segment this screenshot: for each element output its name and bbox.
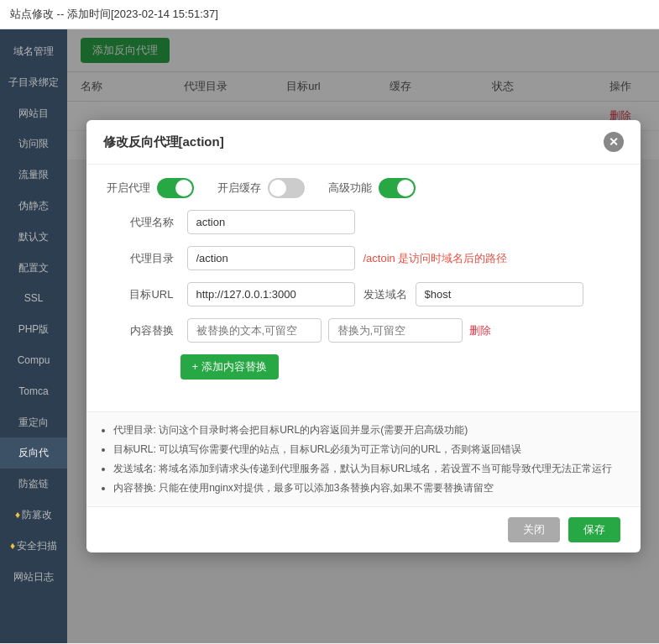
sidebar-item-label: 域名管理 xyxy=(13,45,54,57)
toggle-advanced-switch[interactable] xyxy=(379,178,416,198)
sidebar-item-website[interactable]: 网站目 xyxy=(0,98,67,129)
sidebar-item-access[interactable]: 访问限 xyxy=(0,128,67,160)
diamond-icon: ♦ xyxy=(15,509,20,521)
replace-row-group: 删除 xyxy=(187,318,491,343)
toggle-proxy-knob xyxy=(175,180,192,196)
delete-replace-button[interactable]: 删除 xyxy=(469,323,491,338)
proxy-dir-row: 代理目录 /actoin 是访问时域名后的路径 xyxy=(107,246,620,270)
proxy-name-input[interactable] xyxy=(187,210,355,234)
content-area: 添加反向代理 名称 代理目录 目标url 缓存 状态 操作 删除 删除 xyxy=(67,29,659,643)
title-text: 站点修改 -- 添加时间[2023-02-14 15:51:37] xyxy=(10,7,218,22)
replace-to-input[interactable] xyxy=(328,318,463,343)
send-host-input[interactable] xyxy=(416,282,583,306)
toggle-proxy-switch[interactable] xyxy=(157,178,194,198)
modal-dialog: 修改反向代理[action] ✕ 开启代理 xyxy=(86,120,641,552)
info-list: 代理目录: 访问这个目录时将会把目标URL的内容返回并显示(需要开启高级功能) … xyxy=(86,411,641,505)
sidebar-item-default[interactable]: 默认文 xyxy=(0,222,67,253)
sidebar-item-reverseproxy[interactable]: 反向代 xyxy=(0,437,67,469)
sidebar-item-label: Compu xyxy=(18,354,50,366)
toggle-proxy-label: 开启代理 xyxy=(107,181,150,196)
info-item-3: 内容替换: 只能在使用nginx对提供，最多可以添加3条替换内容,如果不需要替换… xyxy=(113,479,627,498)
sidebar-item-sitelog[interactable]: 网站日志 xyxy=(0,562,67,593)
sidebar-item-traffic[interactable]: 流量限 xyxy=(0,160,67,191)
sidebar-item-domain[interactable]: 域名管理 xyxy=(0,36,67,67)
target-url-label: 目标URL xyxy=(107,287,174,302)
proxy-name-row: 代理名称 xyxy=(107,210,620,234)
sidebar-item-tomcat[interactable]: Tomca xyxy=(0,376,67,407)
modal-close-button[interactable]: ✕ xyxy=(604,132,624,152)
sidebar-item-subdir[interactable]: 子目录绑定 xyxy=(0,67,67,98)
sidebar-item-label: 流量限 xyxy=(18,169,49,181)
sidebar-item-label: SSL xyxy=(24,292,44,304)
save-button[interactable]: 保存 xyxy=(568,517,620,542)
content-replace-label: 内容替换 xyxy=(107,323,174,338)
toggle-cache-switch[interactable] xyxy=(268,178,305,198)
modal-overlay: 修改反向代理[action] ✕ 开启代理 xyxy=(67,29,659,643)
toggle-advanced-label: 高级功能 xyxy=(328,181,372,196)
sidebar-item-label: 防篡改 xyxy=(22,509,52,521)
diamond-icon: ♦ xyxy=(10,540,15,552)
toggle-proxy-item: 开启代理 xyxy=(107,178,194,198)
toggle-row: 开启代理 开启缓存 xyxy=(107,178,620,198)
sidebar-item-ssl[interactable]: SSL xyxy=(0,283,67,314)
toggle-cache-item: 开启缓存 xyxy=(217,178,305,198)
sidebar-item-compu[interactable]: Compu xyxy=(0,345,67,376)
replace-from-input[interactable] xyxy=(187,318,322,343)
close-modal-button[interactable]: 关闭 xyxy=(508,517,560,542)
content-replace-row: 内容替换 删除 xyxy=(107,318,620,343)
modal-footer: 关闭 保存 xyxy=(86,506,641,552)
sidebar-item-redirect[interactable]: 重定向 xyxy=(0,407,67,438)
proxy-dir-input-group: /actoin 是访问时域名后的路径 xyxy=(187,246,508,270)
toggle-cache-label: 开启缓存 xyxy=(217,181,261,196)
proxy-name-label: 代理名称 xyxy=(107,215,174,230)
toggle-advanced-item: 高级功能 xyxy=(328,178,416,198)
sidebar-item-label: 防盗链 xyxy=(18,478,49,490)
modal-header: 修改反向代理[action] ✕ xyxy=(86,120,641,165)
send-host-label: 发送域名 xyxy=(363,287,407,302)
target-url-row: 目标URL 发送域名 xyxy=(107,282,620,306)
add-replace-button[interactable]: + 添加内容替换 xyxy=(180,354,279,380)
target-row-group: 发送域名 xyxy=(187,282,583,306)
sidebar-item-config[interactable]: 配置文 xyxy=(0,253,67,284)
sidebar-item-label: 默认文 xyxy=(18,231,49,243)
proxy-dir-hint: /actoin 是访问时域名后的路径 xyxy=(363,251,508,266)
info-ul: 代理目录: 访问这个目录时将会把目标URL的内容返回并显示(需要开启高级功能) … xyxy=(100,421,627,497)
sidebar: 域名管理 子目录绑定 网站目 访问限 流量限 伪静态 默认文 配置文 SSL P… xyxy=(0,29,67,643)
sidebar-item-label: 网站日志 xyxy=(13,571,54,583)
info-item-0: 代理目录: 访问这个目录时将会把目标URL的内容返回并显示(需要开启高级功能) xyxy=(113,421,627,440)
sidebar-item-antichain[interactable]: 防盗链 xyxy=(0,469,67,500)
info-item-1: 目标URL: 可以填写你需要代理的站点，目标URL必须为可正常访问的URL，否则… xyxy=(113,440,627,459)
sidebar-item-label: 访问限 xyxy=(18,138,49,149)
sidebar-item-antitamper[interactable]: ♦防篡改 xyxy=(0,500,67,531)
sidebar-item-label: PHP版 xyxy=(18,323,50,335)
sidebar-item-php[interactable]: PHP版 xyxy=(0,314,67,345)
info-item-2: 发送域名: 将域名添加到请求头传递到代理服务器，默认为目标URL域名，若设置不当… xyxy=(113,459,627,479)
toggle-cache-knob xyxy=(269,180,286,196)
sidebar-item-label: 伪静态 xyxy=(18,200,49,212)
sidebar-item-label: 反向代 xyxy=(18,447,49,458)
modal-title: 修改反向代理[action] xyxy=(103,134,224,150)
toggle-group: 开启代理 开启缓存 xyxy=(107,178,416,198)
sidebar-item-label: 网站目 xyxy=(18,107,49,119)
main-layout: 域名管理 子目录绑定 网站目 访问限 流量限 伪静态 默认文 配置文 SSL P… xyxy=(0,29,659,643)
target-url-input[interactable] xyxy=(187,282,355,306)
sidebar-item-pseudostatic[interactable]: 伪静态 xyxy=(0,191,67,222)
title-bar: 站点修改 -- 添加时间[2023-02-14 15:51:37] xyxy=(0,0,659,29)
add-replace-row: + 添加内容替换 xyxy=(107,354,620,380)
toggle-advanced-knob xyxy=(397,180,414,196)
sidebar-item-label: Tomca xyxy=(18,385,48,397)
sidebar-item-label: 子目录绑定 xyxy=(8,76,59,88)
proxy-dir-input[interactable] xyxy=(187,246,355,270)
sidebar-item-securityscan[interactable]: ♦安全扫描 xyxy=(0,531,67,562)
sidebar-item-label: 重定向 xyxy=(18,416,49,428)
modal-body: 开启代理 开启缓存 xyxy=(86,165,641,405)
proxy-dir-label: 代理目录 xyxy=(107,251,174,266)
sidebar-item-label: 配置文 xyxy=(18,262,49,274)
sidebar-item-label: 安全扫描 xyxy=(17,540,57,552)
